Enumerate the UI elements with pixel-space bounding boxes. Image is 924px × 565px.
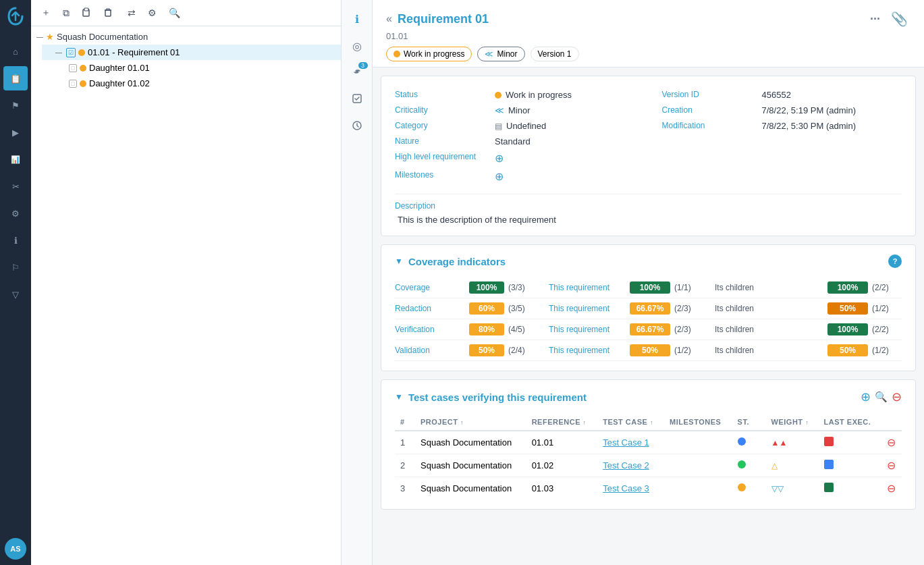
coverage-title[interactable]: ▼ Coverage indicators [395,256,506,267]
cov-children-badge: 50% [827,344,868,356]
vtab-target[interactable]: ◎ [345,34,369,58]
user-avatar[interactable]: AS [5,538,26,560]
status-indicator [80,80,86,87]
header-tags: Work in progress ≪ Minor Version 1 [386,47,911,61]
add-milestone-button[interactable]: ⊕ [495,170,504,183]
tree-child-daughter01[interactable]: □ Daughter 01.01 [42,60,341,76]
tc-weight: △ [766,454,819,477]
nav-item-tools[interactable]: ✂ [3,174,28,198]
nav-item-info[interactable]: ℹ [3,228,28,252]
tc-reference: 01.03 [526,477,598,500]
testcases-thead: # PROJECT ↑ REFERENCE ↑ TEST CASE ↑ MILE… [395,414,902,431]
vtab-verify[interactable] [345,88,369,112]
requirement-title: Requirement 01 [398,12,489,26]
tc-link[interactable]: Test Case 2 [597,454,664,477]
status-dot [495,92,501,99]
cov-this-label: This requirement [549,283,630,292]
copy-button[interactable]: ⧉ [58,5,74,22]
tc-remove[interactable]: ⊖ [881,431,902,454]
criticality-tag[interactable]: ≪ Minor [477,47,524,61]
criticality-label: Criticality [395,105,489,115]
version-id-label: Version ID [662,90,757,99]
add-high-level-button[interactable]: ⊕ [495,152,504,165]
nav-item-requirements[interactable]: 📋 [3,66,28,90]
remove-testcase-button[interactable]: ⊖ [892,389,902,404]
nav-item-flag[interactable]: ⚐ [3,255,28,279]
more-options-button[interactable]: ··· [867,9,883,29]
info-left-col: Status Work in progress Criticality ≪ Mi… [395,87,635,186]
svg-rect-2 [105,10,111,16]
nav-item-config[interactable]: ⚙ [3,201,28,225]
tree-child-daughter02[interactable]: □ Daughter 01.02 [42,76,341,91]
target-icon: ◎ [352,40,362,53]
cov-this-count: (1/1) [674,283,708,292]
search-button[interactable]: 🔍 [164,5,185,21]
gear-button[interactable]: ⚙ [143,5,161,21]
testcases-body: 1 Squash Documentation 01.01 Test Case 1… [395,431,902,500]
tc-num: 3 [395,477,415,500]
vtab-info[interactable]: ℹ [345,7,369,31]
tree-item-requirement01[interactable]: — ☑ 01.01 - Requirement 01 [42,45,341,60]
cov-this-badge: 66.67% [630,323,670,335]
testcases-actions: ⊕ 🔍 ⊖ [861,389,902,404]
col-testcase: TEST CASE ↑ [597,414,664,431]
transfer-button[interactable]: ⇄ [123,5,140,21]
add-testcase-button[interactable]: ⊕ [861,389,871,404]
modification-value: 7/8/22, 5:30 PM (admin) [762,121,856,131]
nav-item-home[interactable]: ⌂ [3,39,28,63]
collapse-sidebar-button[interactable]: « [386,13,392,25]
cov-this-badge: 66.67% [630,302,670,315]
nav-item-charts[interactable]: 📊 [3,147,28,171]
vtab-history[interactable] [345,115,369,139]
tree-root-item[interactable]: — ★ Squash Documentation [31,29,341,45]
cov-children-badge: 100% [827,323,868,335]
vtab-links[interactable]: 3 [345,61,369,85]
new-button[interactable]: ＋ [36,4,55,22]
cov-this-label: This requirement [549,304,630,313]
tc-link[interactable]: Test Case 1 [597,431,664,454]
delete-button[interactable] [99,5,117,22]
verify-icon [352,93,362,107]
tree-root-label: Squash Documentation [57,32,148,42]
nature-value: Standard [495,136,531,146]
col-status: ST. [732,414,766,431]
testcases-title[interactable]: ▼ Test cases verifying this requirement [395,392,587,403]
tc-reference: 01.01 [526,431,598,454]
criticality-value: ≪ Minor [495,105,531,115]
criticality-icon: ≪ [485,49,493,59]
nav-item-filter[interactable]: ▽ [3,282,28,306]
nav-item-executions[interactable]: ▶ [3,120,28,144]
tc-project: Squash Documentation [415,431,526,454]
paste-button[interactable] [77,5,96,22]
sidebar-panel: ＋ ⧉ ⇄ ⚙ 🔍 — ★ Squash Documentation — ☑ 0… [31,0,342,565]
col-lastexec: LAST EXEC. [819,414,881,431]
version-tag[interactable]: Version 1 [531,47,579,61]
cov-total-badge: 100% [469,281,504,294]
cov-this-count: (2/3) [674,325,708,334]
cov-total-badge: 60% [469,302,504,315]
cov-children-label: Its children [715,304,776,313]
tc-remove[interactable]: ⊖ [881,477,902,500]
status-dot [393,51,400,57]
coverage-row: Verification 80% (4/5) This requirement … [395,319,902,340]
table-row: 3 Squash Documentation 01.03 Test Case 3… [395,477,902,500]
search-testcase-button[interactable]: 🔍 [875,391,888,403]
tc-remove[interactable]: ⊖ [881,454,902,477]
cov-children-label: Its children [715,325,776,334]
favorite-icon: ★ [46,32,54,42]
category-icon: ▤ [495,122,502,131]
criticality-icon: ≪ [495,105,504,115]
coverage-row: Validation 50% (2/4) This requirement 50… [395,340,902,361]
criticality-tag-label: Minor [497,49,517,59]
tree-child-label: Daughter 01.01 [89,63,150,73]
nav-item-campaigns[interactable]: ⚑ [3,93,28,117]
coverage-section: ▼ Coverage indicators ? Coverage 100% (3… [381,244,916,371]
coverage-help-button[interactable]: ? [888,254,902,268]
tc-link[interactable]: Test Case 3 [597,477,664,500]
tree-child-label: Daughter 01.02 [89,78,150,88]
cov-this-label: This requirement [549,325,630,334]
description-label: Description [395,201,902,211]
status-tag[interactable]: Work in progress [386,47,472,61]
attachment-button[interactable]: 📎 [888,8,911,30]
coverage-row: Redaction 60% (3/5) This requirement 66.… [395,298,902,319]
